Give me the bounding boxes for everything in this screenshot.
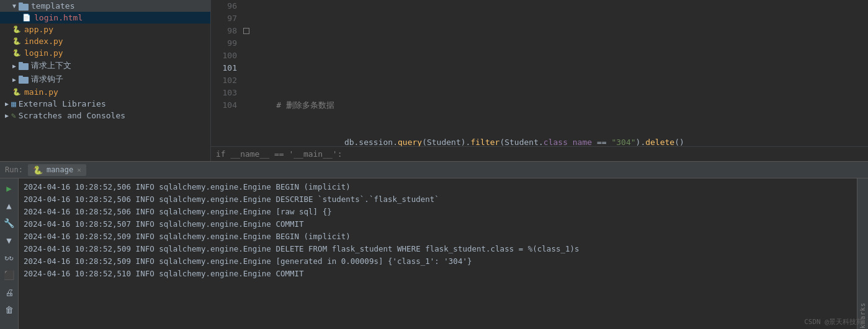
log-text-1: 2024-04-16 10:28:52,506 INFO sqlalchemy.… xyxy=(24,181,351,193)
gutter xyxy=(242,0,253,146)
code-comment-98: # 删除多条数据 xyxy=(257,99,334,112)
code-text-99: db.session.query(Student).filter(Student… xyxy=(257,124,684,146)
play-button[interactable]: ▶ xyxy=(2,181,17,196)
sidebar-item-login-py[interactable]: 🐍 login.py xyxy=(0,47,210,59)
arrow-right-icon: ▶ xyxy=(12,63,16,69)
arrow-right-icon3: ▶ xyxy=(5,100,9,107)
log-line-2: 2024-04-16 10:28:52,506 INFO sqlalchemy.… xyxy=(24,193,852,206)
watermark: CSDN @景天科技苑 xyxy=(804,317,863,327)
sidebar-item-external-libraries[interactable]: ▶ ▦ External Libraries xyxy=(0,98,210,110)
line-num-98: 98 xyxy=(211,25,237,37)
sidebar-item-label: 请求钩子 xyxy=(31,74,63,85)
html-file-icon: 📄 xyxy=(22,14,31,22)
print-button[interactable]: 🖨 xyxy=(2,285,17,300)
editor-area: 96 97 98 99 100 101 102 103 104 xyxy=(211,0,868,161)
sidebar-item-scratches[interactable]: ▶ ✎ Scratches and Consoles xyxy=(0,110,210,121)
main-area: ▼ templates 📄 login.html 🐍 app.py xyxy=(0,0,868,161)
sidebar-item-main-py[interactable]: 🐍 main.py xyxy=(0,86,210,98)
terminal-panel: ▶ ▲ 🔧 ▼ ↻↻ ⬛ 🖨 🗑 2024-04-16 10:28:52,506… xyxy=(0,178,868,329)
code-line-97 xyxy=(257,62,868,74)
gutter-98 xyxy=(242,25,253,37)
line-num-96: 96 xyxy=(211,0,237,12)
terminal-toolbar: ▶ ▲ 🔧 ▼ ↻↻ ⬛ 🖨 🗑 xyxy=(0,178,19,329)
gutter-101 xyxy=(242,62,253,74)
editor-bottom-bar: if __name__ == '__main__': xyxy=(211,146,868,161)
manage-tab-label: manage xyxy=(47,165,73,174)
log-text-5: 2024-04-16 10:28:52,509 INFO sqlalchemy.… xyxy=(24,230,351,243)
folder-icon xyxy=(19,2,29,11)
log-text-2: 2024-04-16 10:28:52,506 INFO sqlalchemy.… xyxy=(24,193,439,206)
code-content: # 删除多条数据 db.session.query(Student).filte… xyxy=(253,0,868,146)
sidebar-item-label: main.py xyxy=(24,87,58,97)
log-line-3: 2024-04-16 10:28:52,506 INFO sqlalchemy.… xyxy=(24,206,852,218)
svg-rect-3 xyxy=(19,62,23,64)
svg-rect-1 xyxy=(19,2,23,5)
sidebar-item-label: 请求上下文 xyxy=(31,60,71,71)
gutter-96 xyxy=(242,0,253,12)
library-icon: ▦ xyxy=(11,99,16,108)
arrow-down-icon: ▼ xyxy=(12,2,16,9)
rerun-button[interactable]: ↻↻ xyxy=(2,250,17,265)
log-text-7: 2024-04-16 10:28:52,509 INFO sqlalchemy.… xyxy=(24,255,472,268)
manage-tab[interactable]: 🐍 manage × xyxy=(28,164,86,176)
log-text-3: 2024-04-16 10:28:52,506 INFO sqlalchemy.… xyxy=(24,206,332,218)
sidebar-item-label: templates xyxy=(31,1,74,11)
gutter-104 xyxy=(242,99,253,112)
log-line-5: 2024-04-16 10:28:52,509 INFO sqlalchemy.… xyxy=(24,230,852,243)
bookmarks-sidebar: Bookmarks xyxy=(857,178,868,329)
log-line-4: 2024-04-16 10:28:52,507 INFO sqlalchemy.… xyxy=(24,218,852,230)
sidebar-item-label: index.py xyxy=(24,37,63,46)
scroll-down-button[interactable]: ▼ xyxy=(2,233,17,248)
sidebar-item-label: External Libraries xyxy=(19,99,106,108)
py-file-icon2: 🐍 xyxy=(12,37,21,45)
breakpoint-indicator[interactable] xyxy=(243,28,249,34)
code-view: 96 97 98 99 100 101 102 103 104 xyxy=(211,0,868,146)
sidebar-item-request-context[interactable]: ▶ 请求上下文 xyxy=(0,59,210,72)
log-line-1: 2024-04-16 10:28:52,506 INFO sqlalchemy.… xyxy=(24,181,852,193)
log-line-8: 2024-04-16 10:28:52,510 INFO sqlalchemy.… xyxy=(24,268,852,280)
arrow-right-icon4: ▶ xyxy=(5,112,9,119)
arrow-right-icon2: ▶ xyxy=(12,76,16,83)
stop-button[interactable]: ⬛ xyxy=(2,268,17,283)
wrench-button[interactable]: 🔧 xyxy=(2,216,17,230)
svg-rect-5 xyxy=(19,76,23,78)
line-num-101: 101 xyxy=(211,62,237,74)
log-line-6: 2024-04-16 10:28:52,509 INFO sqlalchemy.… xyxy=(24,243,852,255)
gutter-100 xyxy=(242,50,253,62)
code-line-98: # 删除多条数据 xyxy=(257,99,868,112)
trash-button[interactable]: 🗑 xyxy=(2,302,17,317)
log-text-6: 2024-04-16 10:28:52,509 INFO sqlalchemy.… xyxy=(24,243,579,255)
sidebar-item-app-py[interactable]: 🐍 app.py xyxy=(0,24,210,35)
run-panel-header: Run: 🐍 manage × xyxy=(0,161,868,178)
line-num-102: 102 xyxy=(211,74,237,87)
py-file-icon4: 🐍 xyxy=(12,88,21,96)
gutter-102 xyxy=(242,74,253,87)
log-text-4: 2024-04-16 10:28:52,507 INFO sqlalchemy.… xyxy=(24,218,304,230)
sidebar-item-request-hook[interactable]: ▶ 请求钩子 xyxy=(0,72,210,86)
py-file-icon3: 🐍 xyxy=(12,49,21,57)
gutter-97 xyxy=(242,12,253,25)
scratch-icon: ✎ xyxy=(11,111,16,120)
line-num-99: 99 xyxy=(211,37,237,50)
py-file-icon: 🐍 xyxy=(12,25,21,33)
folder-icon2 xyxy=(19,61,29,70)
gutter-103 xyxy=(242,87,253,99)
gutter-99 xyxy=(242,37,253,50)
sidebar-item-login-html[interactable]: 📄 login.html xyxy=(0,12,210,24)
sidebar-item-label: login.py xyxy=(24,48,63,58)
main-guard-text: if __name__ == '__main__': xyxy=(216,149,342,159)
sidebar-item-label: login.html xyxy=(34,13,83,22)
folder-icon3 xyxy=(19,75,29,84)
manage-tab-close[interactable]: × xyxy=(77,166,81,174)
sidebar-item-index-py[interactable]: 🐍 index.py xyxy=(0,35,210,47)
run-label: Run: xyxy=(5,165,23,174)
terminal-output: 2024-04-16 10:28:52,506 INFO sqlalchemy.… xyxy=(19,178,857,329)
code-line-99: db.session.query(Student).filter(Student… xyxy=(257,136,868,146)
line-num-97: 97 xyxy=(211,12,237,25)
sidebar-item-label: app.py xyxy=(24,25,53,34)
scroll-up-button[interactable]: ▲ xyxy=(2,198,17,213)
sidebar-item-templates[interactable]: ▼ templates xyxy=(0,0,210,12)
sidebar-item-label: Scratches and Consoles xyxy=(19,111,125,120)
log-line-7: 2024-04-16 10:28:52,509 INFO sqlalchemy.… xyxy=(24,255,852,268)
line-num-103: 103 xyxy=(211,87,237,99)
